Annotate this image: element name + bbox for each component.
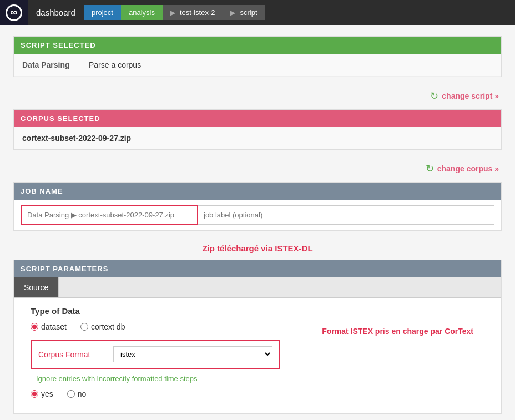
nav-tab-script[interactable]: ▶ script <box>223 5 265 20</box>
test-istex-label: test-istex-2 <box>180 8 215 17</box>
script-params-header: SCRIPT PARAMETERS <box>14 260 501 277</box>
radio-cortext-db[interactable]: cortext db <box>80 322 125 331</box>
radio-yes-label: yes <box>41 389 53 398</box>
radio-cortext-input[interactable] <box>80 323 88 331</box>
parse-corpus-value: Parse a corpus <box>89 60 141 69</box>
radio-options: dataset cortext db <box>31 322 125 331</box>
logo-icon: ∞ <box>6 4 22 21</box>
format-annotation: Format ISTEX pris en charge par CorText <box>322 327 473 336</box>
radio-yes[interactable]: yes <box>31 389 53 398</box>
refresh-corpus-icon: ↻ <box>426 163 434 175</box>
script-params-panel: SCRIPT PARAMETERS Source Type of Data da… <box>13 260 502 414</box>
data-parsing-label: Data Parsing <box>22 60 78 69</box>
radio-yes-input[interactable] <box>31 390 38 398</box>
green-note: Ignore entries with incorrectly formatte… <box>31 375 490 383</box>
corpus-selected-header: CORPUS SELECTED <box>14 110 501 127</box>
corpus-row: cortext-subset-2022-09-27.zip <box>14 127 501 149</box>
radio-cortext-label: cortext db <box>91 322 125 331</box>
script-selected-panel: SCRIPT SELECTED Data Parsing Parse a cor… <box>13 36 502 77</box>
job-name-panel: JOB NAME <box>13 182 502 231</box>
job-annotation: Zip téléchargé via ISTEX-DL <box>13 239 502 260</box>
job-name-row <box>14 200 501 230</box>
type-of-data-label: Type of Data <box>31 306 490 316</box>
project-label: project <box>92 8 113 17</box>
logo[interactable]: ∞ <box>0 0 28 25</box>
ignore-radio-row: yes no <box>31 389 490 398</box>
job-name-input[interactable] <box>21 205 198 225</box>
nav-tab-test-istex[interactable]: ▶ test-istex-2 <box>163 5 223 20</box>
job-label-input[interactable] <box>198 205 494 225</box>
change-script-row: ↻ change script » <box>13 85 502 107</box>
corpus-format-row: Corpus Format istex csv json bibtex <box>31 340 280 369</box>
arrow-icon-1: ▶ <box>170 9 175 17</box>
change-corpus-row: ↻ change corpus » <box>13 158 502 179</box>
script-label: script <box>240 8 257 17</box>
change-corpus-link[interactable]: change corpus » <box>437 164 499 173</box>
dashboard-link[interactable]: dashboard <box>28 8 84 17</box>
radio-no[interactable]: no <box>67 389 87 398</box>
params-content: Type of Data dataset cortext db Format I… <box>14 298 501 413</box>
corpus-format-label: Corpus Format <box>38 350 105 359</box>
refresh-script-icon: ↻ <box>430 90 438 102</box>
script-row: Data Parsing Parse a corpus <box>14 54 501 77</box>
corpus-format-select[interactable]: istex csv json bibtex <box>113 346 272 362</box>
radio-no-input[interactable] <box>67 390 75 398</box>
nav-tab-project[interactable]: project <box>84 5 121 20</box>
nav-tab-analysis[interactable]: analysis <box>121 5 163 20</box>
change-script-link[interactable]: change script » <box>442 92 499 100</box>
arrow-icon-2: ▶ <box>230 9 235 17</box>
analysis-label: analysis <box>129 8 155 17</box>
main-content: SCRIPT SELECTED Data Parsing Parse a cor… <box>8 36 507 414</box>
radio-dataset-label: dataset <box>41 322 67 331</box>
tab-source[interactable]: Source <box>14 277 59 297</box>
nav-breadcrumb: project analysis ▶ test-istex-2 ▶ script <box>84 0 265 25</box>
job-name-header: JOB NAME <box>14 183 501 200</box>
corpus-selected-panel: CORPUS SELECTED cortext-subset-2022-09-2… <box>13 109 502 150</box>
radio-dataset-input[interactable] <box>31 323 38 331</box>
script-selected-header: SCRIPT SELECTED <box>14 37 501 54</box>
radio-type-row: dataset cortext db Format ISTEX pris en … <box>31 322 490 340</box>
radio-no-label: no <box>78 389 87 398</box>
corpus-filename: cortext-subset-2022-09-27.zip <box>22 134 131 143</box>
radio-dataset[interactable]: dataset <box>31 322 67 331</box>
params-tabs: Source <box>14 277 501 298</box>
topbar: ∞ dashboard project analysis ▶ test-iste… <box>0 0 515 25</box>
